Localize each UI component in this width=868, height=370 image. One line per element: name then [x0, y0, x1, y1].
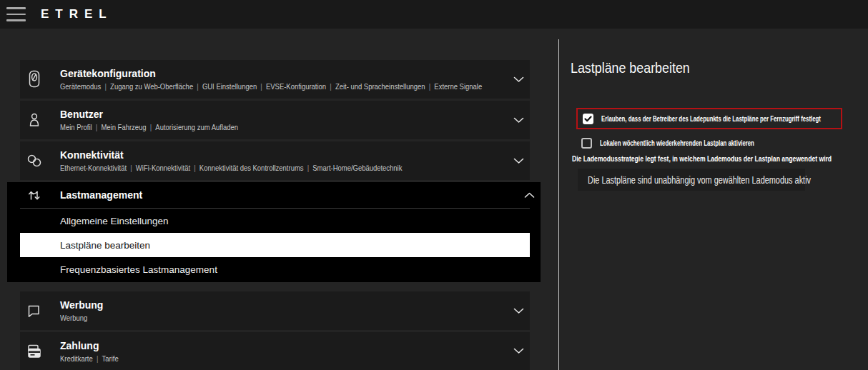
subitem-separator: | — [257, 82, 266, 91]
section-title: Lastmanagement — [60, 189, 142, 201]
subitem-link[interactable]: Zeit- und Spracheinstellungen — [335, 82, 425, 91]
lastmanagement-header[interactable]: Lastmanagement — [7, 182, 541, 208]
subitem-link[interactable]: Externe Signale — [434, 82, 482, 91]
section-subitems: Ethernet-Konnektivität|WiFi-Konnektivitä… — [60, 164, 402, 172]
subitem-separator: | — [425, 82, 435, 91]
subitem-separator: | — [190, 164, 199, 172]
subitem-link[interactable]: Autorisierung zum Aufladen — [155, 123, 238, 131]
sidebar-section-benutzer[interactable]: Benutzer Mein Profil|Mein Fahrzeug|Autor… — [20, 101, 530, 139]
section-subitems: Werbung — [60, 314, 97, 322]
subitem-link[interactable]: Konnektivität des Kontrollzentrums — [199, 164, 304, 172]
section-subitems: Mein Profil|Mein Fahrzeug|Autorisierung … — [60, 123, 238, 131]
chevron-down-icon[interactable] — [513, 308, 524, 314]
menu-item-frequenzbasiertes-lastmanagement[interactable]: Frequenzbasiertes Lastmanagement — [20, 257, 530, 281]
sidebar-section-lastmanagement: Lastmanagement Allgemeine Einstellungen … — [7, 182, 541, 282]
subitem-separator: | — [326, 82, 335, 91]
link-icon — [20, 152, 49, 169]
subitem-link[interactable]: Tarife — [102, 354, 119, 363]
section-title: Werbung — [60, 299, 103, 311]
menu-item-lastplaene-bearbeiten[interactable]: Lastpläne bearbeiten — [20, 233, 530, 257]
chevron-down-icon[interactable] — [513, 76, 524, 83]
remote-checkbox[interactable] — [583, 114, 593, 124]
speech-bubble-icon — [20, 302, 49, 319]
subitem-link[interactable]: Gerätemodus — [60, 82, 101, 91]
section-title: Gerätekonfiguration — [60, 68, 513, 79]
section-title: Konnektivität — [60, 149, 458, 161]
subitem-link[interactable]: GUI Einstellungen — [202, 82, 257, 91]
subitem-link[interactable]: Werbung — [60, 314, 87, 322]
subitem-separator: | — [193, 82, 202, 91]
top-bar: ETREL — [0, 0, 868, 29]
chevron-down-icon[interactable] — [513, 158, 524, 164]
local-plan-setting-row: Lokalen wöchentlich wiederkehrenden Last… — [581, 138, 798, 149]
subitem-link[interactable]: Ethernet-Konnektivität — [60, 164, 127, 172]
hamburger-menu-icon[interactable] — [6, 7, 26, 21]
subitem-link[interactable]: Kreditkarte — [60, 354, 93, 363]
subitem-separator: | — [101, 82, 110, 91]
content-divider — [558, 39, 559, 370]
local-checkbox[interactable] — [581, 138, 592, 149]
sidebar-section-geraetekonfiguration[interactable]: Gerätekonfiguration Gerätemodus|Zugang z… — [20, 60, 530, 99]
subitem-separator: | — [304, 164, 313, 172]
strategy-note: Die Lademodusstrategie legt fest, in wel… — [572, 154, 832, 163]
load-arrows-icon — [20, 188, 49, 202]
page-title: Lastpläne bearbeiten — [571, 59, 690, 76]
etrel-logo: ETREL — [41, 7, 113, 21]
credit-card-icon — [20, 343, 49, 360]
highlighted-setting-box: Erlauben, dass der Betreiber des Ladepun… — [576, 108, 842, 129]
sidebar-section-werbung[interactable]: Werbung Werbung — [20, 291, 530, 330]
local-checkbox-label[interactable]: Lokalen wöchentlich wiederkehrenden Last… — [600, 139, 754, 147]
subitem-separator: | — [127, 164, 136, 172]
section-subitems: Kreditkarte|Tarife — [60, 354, 119, 363]
subitem-link[interactable]: Mein Profil — [60, 123, 92, 131]
chevron-down-icon[interactable] — [513, 117, 524, 124]
chevron-up-icon[interactable] — [524, 192, 535, 199]
user-icon — [20, 111, 49, 129]
subitem-link[interactable]: EVSE-Konfiguration — [266, 82, 326, 91]
subitem-separator: | — [147, 123, 156, 131]
device-icon — [20, 69, 49, 89]
chevron-down-icon[interactable] — [513, 348, 524, 354]
subitem-separator: | — [93, 354, 102, 363]
section-subitems: Gerätemodus|Zugang zu Web-Oberfläche|GUI… — [60, 82, 450, 91]
strategy-value: Die Lastpläne sind unabhängig vom gewähl… — [588, 174, 811, 186]
subitem-link[interactable]: Smart-Home/Gebäudetechnik — [312, 164, 402, 172]
section-title: Zahlung — [60, 340, 128, 351]
strategy-panel: Die Lastpläne sind unabhängig vom gewähl… — [578, 169, 805, 191]
sidebar-section-zahlung[interactable]: Zahlung Kreditkarte|Tarife — [20, 332, 530, 370]
section-title: Benutzer — [60, 109, 267, 120]
remote-checkbox-label[interactable]: Erlauben, dass der Betreiber des Ladepun… — [601, 115, 821, 123]
app-window: ETREL Gerätekonfiguration Gerätemodus|Zu… — [0, 0, 868, 370]
subitem-link[interactable]: Mein Fahrzeug — [101, 123, 146, 131]
subitem-separator: | — [92, 123, 102, 131]
menu-item-allgemeine-einstellungen[interactable]: Allgemeine Einstellungen — [20, 209, 530, 233]
subitem-link[interactable]: WiFi-Konnektivität — [136, 164, 190, 172]
subitem-link[interactable]: Zugang zu Web-Oberfläche — [110, 82, 193, 91]
checkmark-icon — [584, 116, 592, 122]
sidebar-section-konnektivitaet[interactable]: Konnektivität Ethernet-Konnektivität|WiF… — [20, 141, 530, 180]
